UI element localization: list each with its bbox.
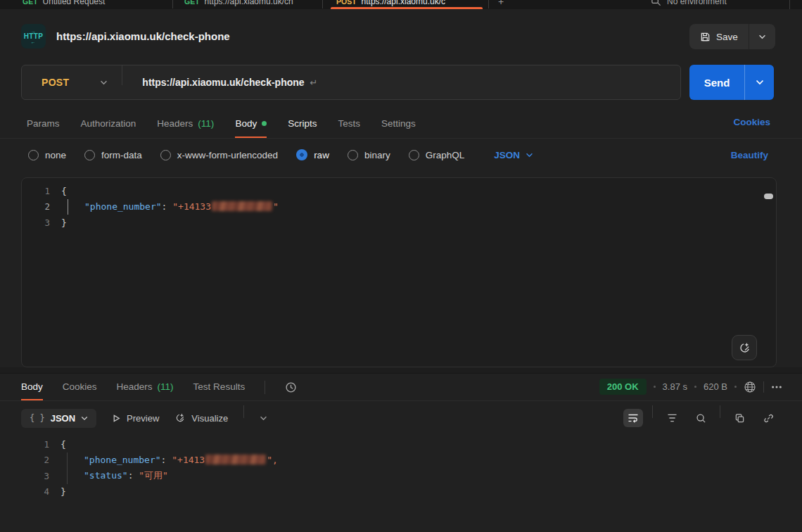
play-icon bbox=[112, 414, 121, 423]
radio-raw[interactable]: raw bbox=[296, 149, 329, 160]
tab-scripts[interactable]: Scripts bbox=[288, 110, 317, 138]
response-more-options-button[interactable] bbox=[771, 385, 782, 389]
separator-dot bbox=[654, 386, 656, 388]
request-tab-bar: Params Authorization Headers(11) Body Sc… bbox=[0, 110, 802, 139]
line-number: 3 bbox=[22, 217, 61, 228]
preview-button[interactable]: Preview bbox=[112, 413, 159, 424]
chevron-down-icon bbox=[758, 34, 766, 39]
filter-icon bbox=[667, 414, 677, 422]
save-options-button[interactable] bbox=[749, 24, 775, 49]
status-badge[interactable]: 200 OK bbox=[599, 379, 647, 395]
json-value-prefix: "+1413 bbox=[172, 455, 205, 465]
collapse-chevron-icon[interactable] bbox=[260, 416, 267, 421]
send-options-button[interactable] bbox=[744, 65, 774, 100]
request-body-editor[interactable]: 1{ 2"phone_number": "+14133" 3} bbox=[21, 177, 777, 367]
tab-settings[interactable]: Settings bbox=[381, 110, 416, 138]
toolbar-divider bbox=[720, 405, 720, 418]
pane-resize-handle[interactable] bbox=[0, 367, 802, 374]
json-key: "phone_number" bbox=[84, 201, 162, 212]
radio-x-www-form-urlencoded[interactable]: x-www-form-urlencoded bbox=[160, 150, 278, 160]
line-number: 1 bbox=[21, 439, 61, 450]
workspace-tab-get[interactable]: GET https://api.xiaomu.uk/ch bbox=[184, 0, 318, 6]
save-split-button: Save bbox=[689, 24, 775, 49]
send-button[interactable]: Send bbox=[689, 65, 744, 100]
network-info-button[interactable] bbox=[744, 381, 756, 393]
redacted-phone-digits bbox=[205, 455, 266, 464]
toolbar-divider bbox=[652, 405, 653, 418]
radio-form-data[interactable]: form-data bbox=[84, 150, 142, 160]
method-dropdown[interactable]: POST bbox=[22, 65, 122, 99]
wrap-text-button[interactable] bbox=[623, 409, 643, 427]
url-input-container: POST https://api.xiaomu.uk/check-phone↵ bbox=[21, 65, 681, 100]
response-body-viewer[interactable]: 1{ 2"phone_number": "+1413", 3"status": … bbox=[21, 433, 777, 532]
protocol-label: HTTP bbox=[24, 33, 43, 40]
save-label: Save bbox=[716, 32, 738, 42]
radio-circle bbox=[28, 150, 39, 160]
cookies-link[interactable]: Cookies bbox=[733, 117, 770, 127]
visualize-button[interactable]: Visualize bbox=[174, 412, 228, 424]
workspace-tab-untitled[interactable]: GET Untitled Request bbox=[23, 0, 167, 6]
floppy-disk-icon bbox=[700, 32, 711, 42]
radio-circle bbox=[409, 150, 419, 160]
line-number: 2 bbox=[21, 455, 61, 465]
response-size[interactable]: 620 B bbox=[704, 381, 727, 392]
headers-count: (11) bbox=[158, 381, 174, 392]
filter-button[interactable] bbox=[662, 409, 682, 427]
response-history-button[interactable] bbox=[285, 374, 297, 400]
tab-response-headers[interactable]: Headers(11) bbox=[117, 374, 174, 400]
radio-binary[interactable]: binary bbox=[348, 150, 390, 160]
raw-format-dropdown[interactable]: JSON bbox=[494, 150, 533, 160]
meta-divider bbox=[763, 381, 764, 393]
response-toolbar: { } JSON Preview Visualize bbox=[0, 405, 802, 431]
format-value: JSON bbox=[494, 150, 520, 160]
link-icon bbox=[763, 413, 774, 424]
tab-response-cookies[interactable]: Cookies bbox=[63, 374, 97, 400]
tab-params[interactable]: Params bbox=[27, 110, 60, 138]
chevron-down-icon bbox=[756, 80, 764, 85]
clock-history-icon bbox=[285, 381, 297, 393]
chevron-down-icon bbox=[526, 153, 533, 158]
json-key: "status" bbox=[84, 470, 128, 481]
share-link-button[interactable] bbox=[758, 409, 778, 427]
radio-circle bbox=[160, 150, 171, 160]
postbot-ai-button[interactable] bbox=[732, 335, 757, 360]
response-time[interactable]: 3.87 s bbox=[663, 381, 687, 392]
tab-authorization[interactable]: Authorization bbox=[81, 110, 136, 138]
workspace-tab-bar: GET Untitled Request GET https://api.xia… bbox=[0, 0, 802, 9]
radio-graphql[interactable]: GraphQL bbox=[409, 150, 465, 160]
save-button[interactable]: Save bbox=[689, 24, 749, 49]
separator-dot bbox=[734, 386, 737, 388]
environment-icon bbox=[651, 0, 661, 6]
tab-divider bbox=[172, 0, 173, 8]
editor-scrollbar-thumb[interactable] bbox=[764, 194, 773, 199]
copy-button[interactable] bbox=[730, 409, 749, 427]
redacted-phone-digits bbox=[212, 201, 272, 211]
method-value: POST bbox=[42, 77, 69, 88]
method-badge: POST bbox=[336, 0, 357, 6]
environment-selector[interactable]: No environment bbox=[651, 0, 727, 6]
tab-response-body[interactable]: Body bbox=[21, 374, 43, 400]
send-split-button: Send bbox=[689, 65, 774, 100]
tab-divider bbox=[322, 0, 323, 8]
search-button[interactable] bbox=[691, 409, 711, 427]
tab-tests[interactable]: Tests bbox=[338, 110, 360, 138]
wrap-text-icon bbox=[628, 413, 639, 423]
json-key: "phone_number" bbox=[84, 455, 161, 465]
new-tab-button[interactable]: + bbox=[498, 0, 504, 7]
radio-circle bbox=[348, 150, 358, 160]
tab-test-results[interactable]: Test Results bbox=[193, 374, 246, 400]
tab-headers[interactable]: Headers(11) bbox=[157, 110, 214, 138]
app-window: GET Untitled Request GET https://api.xia… bbox=[0, 0, 802, 532]
response-format-dropdown[interactable]: { } JSON bbox=[21, 409, 96, 428]
active-indent-guide bbox=[68, 199, 68, 215]
search-icon bbox=[696, 413, 706, 424]
chevron-down-icon bbox=[81, 416, 88, 421]
workspace-tab-active[interactable]: POST https://api.xiaomu.uk/c bbox=[336, 0, 484, 6]
request-title: https://api.xiaomu.uk/check-phone bbox=[56, 30, 230, 42]
beautify-link[interactable]: Beautify bbox=[731, 150, 768, 160]
line-number: 3 bbox=[21, 471, 61, 481]
radio-none[interactable]: none bbox=[28, 150, 66, 160]
url-input[interactable]: https://api.xiaomu.uk/check-phone↵ bbox=[122, 77, 317, 88]
ellipsis-icon bbox=[771, 385, 782, 389]
tab-body[interactable]: Body bbox=[235, 110, 267, 138]
